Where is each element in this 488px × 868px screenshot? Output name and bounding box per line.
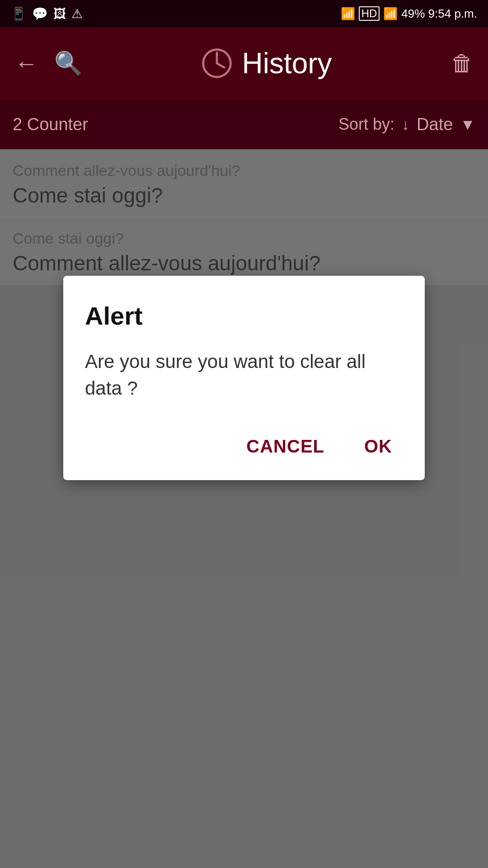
sort-dropdown-icon[interactable]: ▼ (460, 116, 475, 133)
history-clock-icon (201, 47, 233, 79)
dialog-overlay: Alert Are you sure you want to clear all… (0, 149, 488, 868)
back-button[interactable]: ← (14, 50, 38, 77)
ok-button[interactable]: OK (353, 429, 403, 464)
status-right: 📶 HD 📶 49% 9:54 p.m. (341, 6, 477, 21)
alert-icon: ⚠ (71, 6, 83, 21)
chat-icon: 💬 (32, 6, 48, 21)
cancel-button[interactable]: CANCEL (235, 429, 335, 464)
wifi-icon: 📶 (341, 7, 355, 21)
page-title: History (242, 47, 332, 80)
sort-direction-icon: ↓ (402, 116, 409, 133)
trash-button[interactable]: 🗑 (451, 50, 474, 76)
content-wrapper: Comment allez-vous aujourd'hui? Come sta… (0, 149, 488, 868)
toolbar-center: History (82, 47, 451, 80)
status-left-icons: 📱 💬 🖼 ⚠ (11, 6, 83, 21)
sort-value[interactable]: Date (417, 115, 453, 134)
toolbar-left: ← 🔍 (14, 50, 82, 77)
status-bar: 📱 💬 🖼 ⚠ 📶 HD 📶 49% 9:54 p.m. (0, 0, 488, 27)
sort-section[interactable]: Sort by: ↓ Date ▼ (338, 115, 475, 134)
subheader: 2 Counter Sort by: ↓ Date ▼ (0, 99, 488, 149)
toolbar: ← 🔍 History 🗑 (0, 27, 488, 99)
search-button[interactable]: 🔍 (54, 50, 82, 76)
dialog-title: Alert (85, 301, 403, 330)
dialog-buttons: CANCEL OK (85, 429, 403, 464)
whatsapp-icon: 📱 (11, 6, 27, 21)
dialog-message: Are you sure you want to clear all data … (85, 349, 403, 402)
counter-label: 2 Counter (13, 115, 88, 134)
signal-icon: 📶 (383, 7, 398, 21)
hd-badge: HD (359, 6, 380, 21)
svg-line-2 (217, 63, 224, 67)
sort-by-label: Sort by: (338, 115, 394, 134)
battery-text: 49% 9:54 p.m. (401, 7, 477, 21)
alert-dialog: Alert Are you sure you want to clear all… (63, 276, 425, 480)
image-icon: 🖼 (53, 6, 66, 21)
toolbar-right: 🗑 (451, 50, 474, 76)
